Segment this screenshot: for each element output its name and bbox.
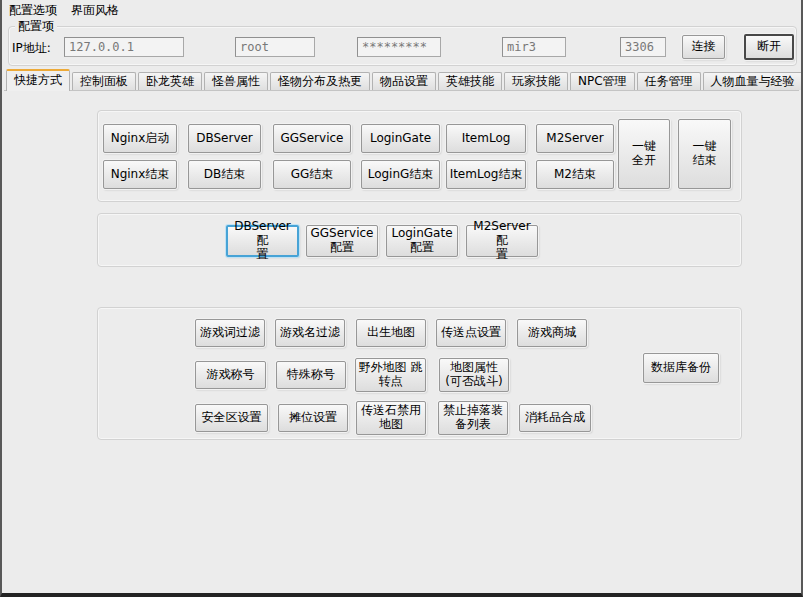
connection-groupbox-label: 配置项	[15, 19, 57, 33]
connect-button[interactable]: 连接	[682, 35, 725, 59]
button-itemlog-stop[interactable]: ItemLog结束	[446, 160, 526, 189]
username-input[interactable]	[235, 37, 315, 57]
menu-bar: 配置选项 界面风格	[2, 0, 801, 20]
tab-control-panel[interactable]: 控制面板	[72, 72, 136, 90]
button-game-mall[interactable]: 游戏商城	[517, 319, 587, 347]
tab-hero-skills[interactable]: 英雄技能	[438, 72, 502, 90]
tab-player-skills[interactable]: 玩家技能	[504, 72, 568, 90]
button-ggservice-config[interactable]: GGService 配置	[306, 225, 378, 257]
button-stall-settings[interactable]: 摊位设置	[278, 404, 348, 432]
shortcuts-panel: Nginx启动 DBServer GGService LoginGate Ite…	[4, 91, 799, 589]
button-birth-map[interactable]: 出生地图	[356, 319, 426, 347]
port-input[interactable]	[620, 37, 666, 57]
button-logingate-start[interactable]: LoginGate	[361, 124, 440, 153]
ip-address-label: IP地址:	[12, 40, 51, 57]
database-input[interactable]	[502, 37, 566, 57]
app-window: 配置选项 界面风格 配置项 IP地址: 连接 断开 快捷方式 控制面板 卧龙英雄…	[0, 0, 803, 597]
button-gg-stop[interactable]: GG结束	[273, 160, 351, 189]
button-name-filter[interactable]: 游戏名过滤	[275, 319, 345, 347]
button-drop-ban-list[interactable]: 禁止掉落装 备列表	[438, 401, 508, 435]
tab-monster-distribution[interactable]: 怪物分布及热更	[270, 72, 370, 90]
menu-ui-style[interactable]: 界面风格	[64, 0, 126, 21]
button-nginx-start[interactable]: Nginx启动	[103, 124, 177, 153]
button-ggservice-start[interactable]: GGService	[273, 124, 351, 153]
button-word-filter[interactable]: 游戏词过滤	[195, 319, 265, 347]
button-dbserver-config[interactable]: DBServer 配 置	[226, 225, 299, 257]
tab-item-settings[interactable]: 物品设置	[372, 72, 436, 90]
button-safe-zone[interactable]: 安全区设置	[195, 404, 268, 432]
button-teleport-stone-ban[interactable]: 传送石禁用 地图	[356, 401, 426, 435]
button-nginx-stop[interactable]: Nginx结束	[103, 160, 177, 189]
tab-hp-exp[interactable]: 人物血量与经验	[703, 72, 803, 90]
tab-strip: 快捷方式 控制面板 卧龙英雄 怪兽属性 怪物分布及热更 物品设置 英雄技能 玩家…	[4, 70, 799, 91]
button-map-attributes[interactable]: 地图属性 (可否战斗)	[439, 358, 509, 392]
button-loging-stop[interactable]: LoginG结束	[361, 160, 440, 189]
button-stop-all[interactable]: 一键 结束	[678, 119, 731, 189]
button-consumable-craft[interactable]: 消耗品合成	[519, 404, 591, 432]
button-start-all[interactable]: 一键 全开	[618, 119, 670, 189]
button-db-stop[interactable]: DB结束	[188, 160, 261, 189]
disconnect-button[interactable]: 断开	[744, 34, 794, 60]
game-settings-groupbox: 游戏词过滤 游戏名过滤 出生地图 传送点设置 游戏商城 游戏称号 特殊称号 野外…	[97, 307, 742, 440]
server-control-groupbox: Nginx启动 DBServer GGService LoginGate Ite…	[97, 110, 742, 202]
tab-monster-attributes[interactable]: 怪兽属性	[204, 72, 268, 90]
button-m2-stop[interactable]: M2结束	[536, 160, 614, 189]
tab-wolong-hero[interactable]: 卧龙英雄	[138, 72, 202, 90]
button-dbserver-start[interactable]: DBServer	[188, 124, 261, 153]
button-game-titles[interactable]: 游戏称号	[195, 361, 266, 389]
button-special-titles[interactable]: 特殊称号	[276, 361, 346, 389]
password-input[interactable]	[357, 37, 441, 57]
menu-config-options[interactable]: 配置选项	[2, 0, 64, 21]
server-config-groupbox: DBServer 配 置 GGService 配置 LoginGate 配置 M…	[97, 213, 742, 267]
button-m2server-start[interactable]: M2Server	[536, 124, 614, 153]
tab-npc-manage[interactable]: NPC管理	[570, 72, 635, 90]
tab-quest-manage[interactable]: 任务管理	[637, 72, 701, 90]
button-database-backup[interactable]: 数据库备份	[643, 353, 719, 383]
tab-shortcuts[interactable]: 快捷方式	[6, 69, 70, 91]
button-itemlog-start[interactable]: ItemLog	[446, 124, 526, 153]
connection-groupbox: 配置项 IP地址: 连接 断开	[8, 26, 797, 66]
button-wild-map-teleport[interactable]: 野外地图 跳 转点	[355, 358, 426, 392]
button-teleport-points[interactable]: 传送点设置	[436, 319, 506, 347]
button-logingate-config[interactable]: LoginGate 配置	[386, 225, 458, 257]
ip-input[interactable]	[64, 37, 184, 57]
button-m2server-config[interactable]: M2Server 配 置	[466, 225, 538, 257]
